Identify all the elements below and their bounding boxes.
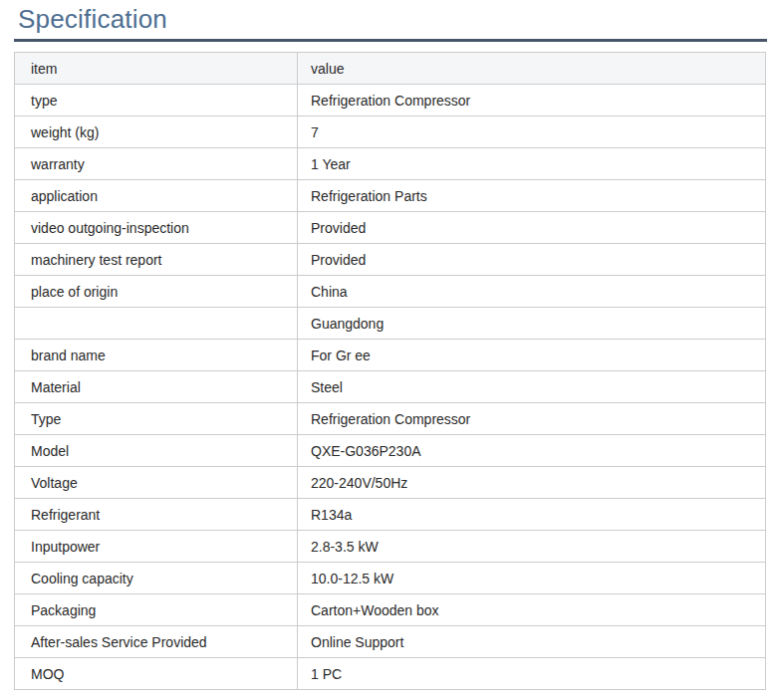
spec-value: 10.0-12.5 kW: [298, 563, 766, 594]
table-row: Voltage 220-240V/50Hz: [15, 467, 766, 499]
column-header-value: value: [298, 53, 766, 85]
spec-value: Refrigeration Compressor: [298, 403, 766, 435]
table-row: Cooling capacity 10.0-12.5 kW: [15, 563, 766, 594]
spec-item: Model: [15, 435, 298, 467]
spec-value: 2.8-3.5 kW: [298, 531, 766, 563]
spec-item: type: [15, 85, 298, 117]
specification-table: item value type Refrigeration Compressor…: [14, 52, 766, 690]
spec-value: China: [298, 276, 766, 308]
spec-value: Refrigeration Parts: [298, 180, 766, 212]
spec-item: [15, 308, 298, 340]
table-row: weight (kg) 7: [15, 117, 766, 148]
spec-item: warranty: [15, 148, 298, 180]
table-row: MOQ 1 PC: [15, 658, 766, 690]
spec-item: Packaging: [15, 594, 298, 626]
spec-item: Cooling capacity: [15, 563, 298, 594]
table-row: machinery test report Provided: [15, 244, 766, 276]
page-title: Specification: [14, 2, 767, 36]
table-row: After-sales Service Provided Online Supp…: [15, 626, 766, 658]
table-row: Guangdong: [15, 308, 766, 340]
table-row: video outgoing-inspection Provided: [15, 212, 766, 244]
spec-item: MOQ: [15, 658, 298, 690]
spec-value: Provided: [298, 244, 766, 276]
table-row: Model QXE-G036P230A: [15, 435, 766, 467]
column-header-item: item: [15, 53, 298, 85]
spec-item: Inputpower: [15, 531, 298, 563]
title-divider: [14, 39, 767, 42]
spec-value: Guangdong: [298, 308, 766, 340]
spec-item: weight (kg): [15, 117, 298, 148]
table-row: place of origin China: [15, 276, 766, 308]
spec-item: brand name: [15, 340, 298, 371]
table-row: Inputpower 2.8-3.5 kW: [15, 531, 766, 563]
specification-section: Specification item value type Refrigerat…: [0, 0, 781, 690]
spec-item: After-sales Service Provided: [15, 626, 298, 658]
spec-value: Refrigeration Compressor: [298, 85, 766, 117]
spec-value: For Gr ee: [298, 340, 766, 371]
spec-item: Voltage: [15, 467, 298, 499]
spec-value: 1 PC: [298, 658, 766, 690]
table-header-row: item value: [15, 53, 766, 85]
spec-item: video outgoing-inspection: [15, 212, 298, 244]
spec-value: QXE-G036P230A: [298, 435, 766, 467]
spec-item: Type: [15, 403, 298, 435]
table-row: warranty 1 Year: [15, 148, 766, 180]
spec-value: 220-240V/50Hz: [298, 467, 766, 499]
spec-item: Refrigerant: [15, 499, 298, 531]
spec-item: Material: [15, 371, 298, 403]
table-row: Material Steel: [15, 371, 766, 403]
spec-value: Steel: [298, 371, 766, 403]
table-row: Type Refrigeration Compressor: [15, 403, 766, 435]
spec-value: 7: [298, 117, 766, 148]
table-row: type Refrigeration Compressor: [15, 85, 766, 117]
spec-value: Provided: [298, 212, 766, 244]
spec-item: place of origin: [15, 276, 298, 308]
spec-value: R134a: [298, 499, 766, 531]
spec-item: application: [15, 180, 298, 212]
table-row: Refrigerant R134a: [15, 499, 766, 531]
spec-value: 1 Year: [298, 148, 766, 180]
table-row: application Refrigeration Parts: [15, 180, 766, 212]
spec-value: Online Support: [298, 626, 766, 658]
spec-value: Carton+Wooden box: [298, 594, 766, 626]
table-row: Packaging Carton+Wooden box: [15, 594, 766, 626]
spec-item: machinery test report: [15, 244, 298, 276]
table-row: brand name For Gr ee: [15, 340, 766, 371]
